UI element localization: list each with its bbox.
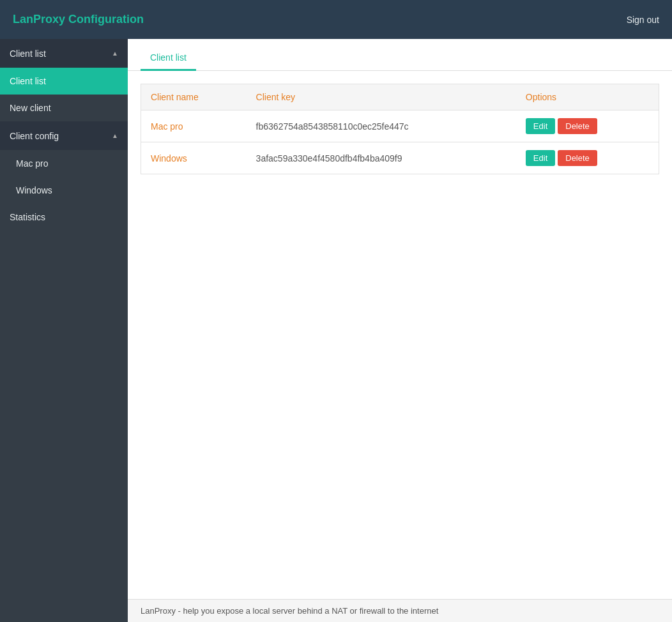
sidebar-client-list-header[interactable]: Client list ▲ <box>0 39 128 68</box>
delete-button[interactable]: Delete <box>558 118 597 134</box>
sidebar-client-config-header[interactable]: Client config ▲ <box>0 121 128 150</box>
sidebar-client-list-arrow-icon: ▲ <box>112 50 118 57</box>
sidebar-client-config-arrow-icon: ▲ <box>112 132 118 139</box>
col-header-name: Client name <box>141 84 247 110</box>
tab-client-list[interactable]: Client list <box>141 46 196 71</box>
tab-client-list-label: Client list <box>150 52 187 63</box>
footer: LanProxy - help you expose a local serve… <box>128 599 672 622</box>
client-options-cell: EditDelete <box>516 142 659 174</box>
client-table: Client name Client key Options Mac profb… <box>141 84 659 174</box>
client-key-cell: 3afac59a330e4f4580dfb4fb4ba409f9 <box>247 142 516 174</box>
signout-button[interactable]: Sign out <box>627 15 659 25</box>
navbar: LanProxy Configuration Sign out <box>0 0 672 39</box>
sidebar-item-windows[interactable]: Windows <box>0 177 128 204</box>
sidebar-item-windows-label: Windows <box>16 185 52 195</box>
edit-button[interactable]: Edit <box>526 150 555 166</box>
table-row: Windows3afac59a330e4f4580dfb4fb4ba409f9E… <box>141 142 659 174</box>
client-name-cell: Windows <box>141 142 247 174</box>
edit-button[interactable]: Edit <box>526 118 555 134</box>
col-header-options: Options <box>516 84 659 110</box>
col-header-key: Client key <box>247 84 516 110</box>
sidebar-item-client-list-label: Client list <box>10 76 46 86</box>
client-key-cell: fb6362754a8543858110c0ec25fe447c <box>247 110 516 142</box>
table-row: Mac profb6362754a8543858110c0ec25fe447cE… <box>141 110 659 142</box>
table-header-row: Client name Client key Options <box>141 84 659 110</box>
sidebar-item-new-client[interactable]: New client <box>0 95 128 121</box>
sidebar-item-statistics[interactable]: Statistics <box>0 204 128 231</box>
main-layout: Client list ▲ Client list New client Cli… <box>0 39 672 622</box>
sidebar: Client list ▲ Client list New client Cli… <box>0 39 128 622</box>
content-area: Client list Client name Client key Optio… <box>128 39 672 622</box>
footer-text: LanProxy - help you expose a local serve… <box>141 606 438 616</box>
sidebar-item-statistics-label: Statistics <box>10 212 45 222</box>
tab-bar: Client list <box>128 39 672 71</box>
client-options-cell: EditDelete <box>516 110 659 142</box>
sidebar-item-mac-pro-label: Mac pro <box>16 158 49 169</box>
sidebar-item-mac-pro[interactable]: Mac pro <box>0 150 128 177</box>
app-brand: LanProxy Configuration <box>13 13 144 26</box>
client-name-cell: Mac pro <box>141 110 247 142</box>
sidebar-client-list-header-label: Client list <box>10 49 46 59</box>
sidebar-client-config-header-label: Client config <box>10 131 59 141</box>
sidebar-item-new-client-label: New client <box>10 103 51 113</box>
sidebar-item-client-list[interactable]: Client list <box>0 68 128 95</box>
table-container: Client name Client key Options Mac profb… <box>128 71 672 599</box>
delete-button[interactable]: Delete <box>558 150 597 166</box>
